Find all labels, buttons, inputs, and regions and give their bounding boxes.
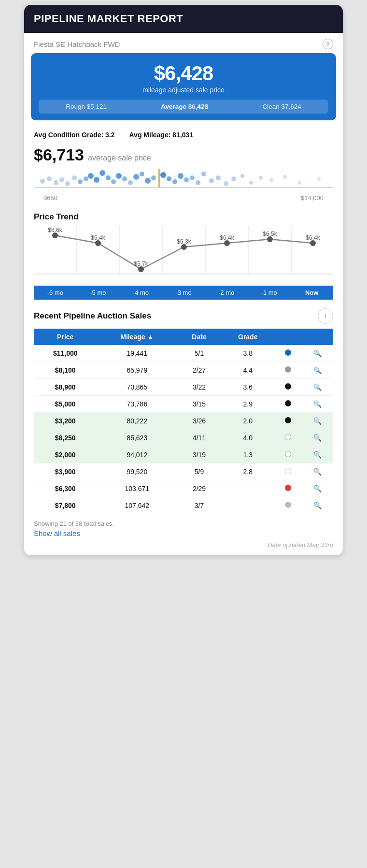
cell-search[interactable]: 🔍 [302, 379, 333, 396]
header: PIPELINE MARKET REPORT [24, 5, 343, 33]
cell-dot [275, 480, 302, 497]
updated-text: Data updated May 23rd [34, 541, 333, 549]
help-icon[interactable]: ? [323, 39, 333, 49]
cell-mileage: 94,012 [97, 447, 177, 463]
avg-condition-label: Avg Condition Grade: [34, 131, 103, 139]
trend-x-item-5mo: -5 mo [77, 286, 120, 300]
col-mileage: Mileage ▲ [97, 329, 177, 345]
upload-icon[interactable]: ↑ [318, 308, 333, 324]
recent-header: Recent Pipeline Auction Sales ↑ [34, 308, 333, 324]
avg-stats-row: Avg Condition Grade: 3.2 Avg Mileage: 81… [24, 127, 343, 141]
svg-point-15 [116, 173, 122, 179]
cell-search[interactable]: 🔍 [302, 463, 333, 480]
avg-mileage-value: 81,031 [172, 131, 193, 139]
cell-search[interactable]: 🔍 [302, 345, 333, 362]
cell-search[interactable]: 🔍 [302, 497, 333, 514]
cell-dot [275, 379, 302, 396]
cell-price: $3,200 [34, 413, 97, 430]
cell-dot [275, 345, 302, 362]
table-header: Price Mileage ▲ Date Grade [34, 329, 333, 345]
trend-x-item-2mo: -2 mo [205, 286, 248, 300]
svg-point-40 [317, 177, 321, 181]
trend-x-item-3mo: -3 mo [162, 286, 205, 300]
svg-point-31 [216, 175, 221, 180]
report-title: PIPELINE MARKET REPORT [34, 13, 333, 25]
table-row: $6,300 103,671 2/29 🔍 [34, 480, 333, 497]
cell-grade: 4.0 [221, 430, 275, 447]
cell-dot [275, 463, 302, 480]
table-row: $8,100 65,979 2/27 4.4 🔍 [34, 362, 333, 379]
table-row: $8,900 70,865 3/22 3.6 🔍 [34, 379, 333, 396]
cell-date: 4/11 [177, 430, 221, 447]
col-date: Date [177, 329, 221, 345]
range-high: $14,000 [301, 194, 324, 202]
cell-search[interactable]: 🔍 [302, 362, 333, 379]
cell-search[interactable]: 🔍 [302, 413, 333, 430]
cell-search[interactable]: 🔍 [302, 396, 333, 413]
svg-point-12 [99, 170, 105, 176]
cell-mileage: 65,979 [97, 362, 177, 379]
table-body: $11,000 19,441 5/1 3.8 🔍 $8,100 65,979 2… [34, 345, 333, 514]
svg-point-39 [297, 181, 301, 185]
price-trend-chart: $6.6k $6.4k $5.7k $6.3k $6.4k $6.5k $6.4… [34, 226, 333, 284]
cell-price: $6,300 [34, 480, 97, 497]
svg-text:$6.4k: $6.4k [220, 234, 234, 241]
svg-point-26 [184, 177, 189, 182]
cell-price: $8,100 [34, 362, 97, 379]
avg-condition-value: 3.2 [105, 131, 114, 139]
svg-point-23 [167, 176, 171, 181]
svg-point-24 [172, 179, 177, 184]
table-row: $2,000 94,012 3/19 1.3 🔍 [34, 447, 333, 463]
cell-date: 5/1 [177, 345, 221, 362]
cell-mileage: 85,623 [97, 430, 177, 447]
svg-text:$6.5k: $6.5k [263, 231, 277, 237]
cell-grade: 2.0 [221, 413, 275, 430]
dot-chart-container: $650 $14,000 [24, 164, 343, 205]
cell-search[interactable]: 🔍 [302, 430, 333, 447]
cell-date: 2/29 [177, 480, 221, 497]
cell-grade: 4.4 [221, 362, 275, 379]
trend-x-item-now: Now [290, 286, 333, 300]
cell-grade [221, 480, 275, 497]
cell-grade: 3.6 [221, 379, 275, 396]
vehicle-name: Fiesta SE Hatchback FWD [34, 40, 120, 48]
table-row: $7,800 107,642 3/7 🔍 [34, 497, 333, 514]
svg-rect-0 [158, 169, 160, 188]
table-row: $11,000 19,441 5/1 3.8 🔍 [34, 345, 333, 362]
svg-point-7 [72, 175, 77, 180]
sale-price-value: $6,713 [34, 145, 84, 164]
svg-point-17 [128, 180, 133, 185]
cell-dot [275, 447, 302, 463]
sale-price-label: average sale price [88, 154, 151, 162]
svg-point-20 [145, 178, 151, 184]
cell-grade [221, 497, 275, 514]
sale-price-main: $6,713 average sale price [34, 145, 333, 164]
cell-search[interactable]: 🔍 [302, 447, 333, 463]
svg-point-36 [259, 176, 263, 180]
cell-grade: 3.8 [221, 345, 275, 362]
show-all-sales-link[interactable]: Show all sales [34, 529, 333, 537]
price-range-row: Rough $5,121 Average $6,428 Clean $7,624 [39, 100, 328, 114]
svg-point-29 [201, 172, 206, 176]
price-box: $6,428 mileage adjusted sale price Rough… [31, 53, 336, 120]
price-trend-title: Price Trend [34, 212, 333, 222]
svg-point-3 [47, 176, 52, 181]
cell-price: $11,000 [34, 345, 97, 362]
cell-price: $7,800 [34, 497, 97, 514]
cell-dot [275, 497, 302, 514]
cell-mileage: 99,520 [97, 463, 177, 480]
col-price: Price [34, 329, 97, 345]
cell-search[interactable]: 🔍 [302, 480, 333, 497]
cell-price: $2,000 [34, 447, 97, 463]
svg-point-2 [40, 179, 45, 184]
svg-point-16 [122, 176, 127, 181]
svg-point-18 [133, 174, 139, 180]
avg-mileage-label: Avg Mileage: [129, 131, 171, 139]
svg-point-13 [106, 175, 111, 180]
trend-x-item-1mo: -1 mo [248, 286, 291, 300]
cell-price: $8,900 [34, 379, 97, 396]
svg-point-38 [283, 175, 287, 179]
sale-price-section: $6,713 average sale price [24, 141, 343, 164]
trend-x-axis: -6 mo -5 mo -4 mo -3 mo -2 mo -1 mo Now [34, 286, 333, 300]
table-row: $3,900 99,520 5/9 2.8 🔍 [34, 463, 333, 480]
